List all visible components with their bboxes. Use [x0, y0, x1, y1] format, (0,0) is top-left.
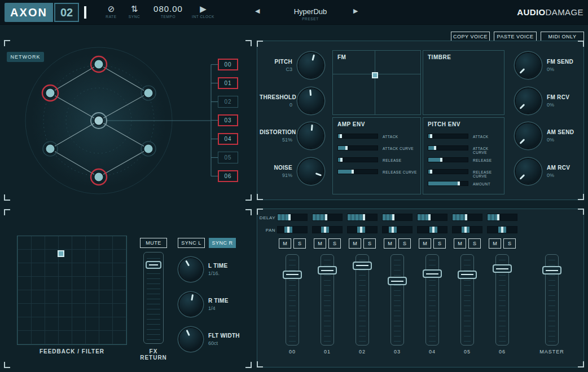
- feedback-filter-pad[interactable]: [17, 236, 127, 345]
- play-icon[interactable]: ▶: [200, 4, 207, 14]
- delay-slider-02[interactable]: [347, 214, 378, 221]
- fader-handle-master[interactable]: [542, 266, 561, 274]
- mute-button[interactable]: MUTE: [140, 238, 167, 248]
- fader-handle-00[interactable]: [283, 271, 302, 279]
- fader-02[interactable]: [356, 254, 369, 346]
- solo-button-05[interactable]: S: [468, 238, 481, 249]
- fader-handle-02[interactable]: [353, 262, 372, 270]
- threshold-knob[interactable]: [299, 88, 323, 113]
- fader-03[interactable]: [390, 254, 404, 346]
- fader-handle-04[interactable]: [423, 269, 442, 278]
- preset-name[interactable]: HyperDub: [265, 7, 356, 16]
- am-rcv-knob[interactable]: [516, 159, 541, 184]
- fx-return-handle[interactable]: [146, 261, 161, 269]
- delay-slider-04[interactable]: [417, 214, 447, 221]
- paste-voice-button[interactable]: PASTE VOICE: [494, 32, 537, 41]
- pan-slider-03[interactable]: [382, 226, 413, 233]
- noise-knob[interactable]: [299, 159, 323, 184]
- fader-05[interactable]: [460, 254, 474, 346]
- rate-control[interactable]: ⊘ RATE: [102, 4, 120, 19]
- preset-prev-button[interactable]: ◀: [255, 7, 260, 15]
- mute-button-00[interactable]: M: [279, 238, 291, 249]
- pan-slider-05[interactable]: [452, 226, 482, 233]
- delay-slider-03[interactable]: [382, 214, 413, 221]
- pan-slider-02[interactable]: [347, 226, 378, 233]
- network-node-active[interactable]: [91, 56, 107, 72]
- network-node-center[interactable]: [91, 113, 107, 129]
- feedback-pad-handle[interactable]: [58, 250, 64, 257]
- sync-l-button[interactable]: SYNC L: [178, 238, 205, 248]
- pitch-release-curve-slider[interactable]: [428, 169, 468, 174]
- mute-button-01[interactable]: M: [314, 238, 326, 249]
- tempo-control[interactable]: 080.00 TEMPO: [148, 4, 188, 19]
- delay-slider-05[interactable]: [452, 214, 482, 221]
- midi-only-button[interactable]: MIDI ONLY: [541, 32, 584, 41]
- voice-select-06[interactable]: 06: [218, 170, 238, 182]
- pan-slider-06[interactable]: [487, 226, 517, 233]
- pitch-attack-slider[interactable]: [428, 134, 468, 139]
- flt-width-knob[interactable]: [179, 328, 202, 351]
- sync-icon[interactable]: ⇅: [131, 4, 138, 14]
- pan-slider-04[interactable]: [417, 226, 447, 233]
- network-node[interactable]: [141, 141, 156, 156]
- mute-button-05[interactable]: M: [454, 238, 466, 249]
- fm-pad-handle[interactable]: [372, 72, 378, 78]
- int-clock-control[interactable]: ▶ INT CLOCK: [192, 4, 214, 19]
- network-node[interactable]: [141, 86, 156, 100]
- fader-handle-01[interactable]: [318, 266, 337, 274]
- mute-button-06[interactable]: M: [489, 238, 501, 249]
- voice-select-02[interactable]: 02: [218, 96, 238, 108]
- fader-handle-06[interactable]: [493, 264, 512, 273]
- fm-pad[interactable]: FM: [332, 50, 421, 115]
- solo-button-00[interactable]: S: [293, 238, 306, 249]
- fm-send-knob[interactable]: [516, 53, 541, 78]
- preset-next-button[interactable]: ▶: [353, 7, 358, 15]
- copy-voice-button[interactable]: COPY VOICE: [451, 32, 490, 41]
- pitch-knob[interactable]: [299, 53, 323, 78]
- fader-00[interactable]: [286, 254, 299, 346]
- solo-button-01[interactable]: S: [328, 238, 341, 249]
- fader-06[interactable]: [495, 254, 509, 346]
- amp-release-slider[interactable]: [337, 157, 378, 162]
- pitch-amount-slider[interactable]: [428, 181, 468, 186]
- network-node[interactable]: [43, 141, 58, 156]
- fader-01[interactable]: [321, 254, 334, 346]
- pan-slider-00[interactable]: [277, 226, 308, 233]
- network-node-active[interactable]: [42, 85, 58, 101]
- voice-select-05[interactable]: 05: [218, 152, 238, 163]
- sync-control[interactable]: ⇅ SYNC: [125, 4, 143, 19]
- pitch-release-slider[interactable]: [428, 157, 468, 162]
- fader-handle-05[interactable]: [458, 271, 477, 279]
- network-tab[interactable]: NETWORK: [7, 52, 44, 62]
- timbre-pad[interactable]: TIMBRE: [423, 50, 504, 115]
- fader-handle-03[interactable]: [388, 277, 407, 285]
- fader-master[interactable]: [545, 254, 559, 346]
- delay-slider-01[interactable]: [312, 214, 343, 221]
- rate-icon[interactable]: ⊘: [108, 4, 115, 14]
- fader-04[interactable]: [425, 254, 439, 346]
- mute-button-02[interactable]: M: [349, 238, 361, 249]
- pan-slider-01[interactable]: [312, 226, 343, 233]
- delay-slider-06[interactable]: [487, 214, 517, 221]
- voice-select-00[interactable]: 00: [218, 59, 238, 70]
- network-node-active[interactable]: [91, 169, 107, 185]
- mute-button-03[interactable]: M: [384, 238, 396, 249]
- sync-r-button[interactable]: SYNC R: [209, 238, 236, 248]
- mute-button-04[interactable]: M: [419, 238, 431, 249]
- l-time-knob[interactable]: [179, 258, 202, 281]
- delay-slider-00[interactable]: [277, 214, 308, 221]
- voice-select-04[interactable]: 04: [218, 133, 238, 145]
- amp-release-curve-slider[interactable]: [337, 169, 378, 174]
- am-send-knob[interactable]: [516, 123, 541, 148]
- distortion-knob[interactable]: [299, 123, 323, 148]
- voice-select-03[interactable]: 03: [218, 114, 238, 126]
- amp-attack-curve-slider[interactable]: [337, 145, 378, 150]
- amp-attack-slider[interactable]: [337, 134, 378, 139]
- tempo-value[interactable]: 080.00: [153, 4, 183, 14]
- solo-button-04[interactable]: S: [433, 238, 446, 249]
- fx-return-slider[interactable]: [143, 252, 164, 344]
- solo-button-03[interactable]: S: [398, 238, 411, 249]
- pitch-attack-curve-slider[interactable]: [428, 145, 468, 150]
- voice-select-01[interactable]: 01: [218, 77, 238, 89]
- solo-button-06[interactable]: S: [503, 238, 516, 249]
